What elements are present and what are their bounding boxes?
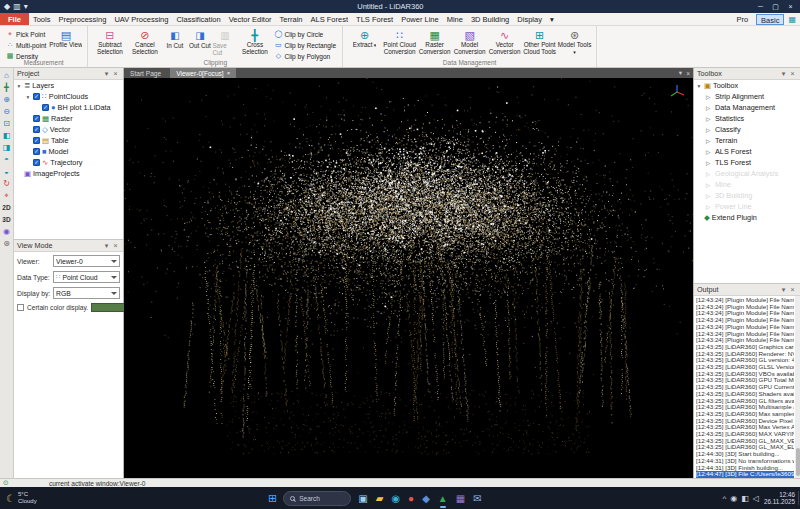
- tree-item-bh-plot-1[interactable]: ✓ ● BH plot 1.LiData: [14, 102, 123, 113]
- toolbox-strip-alignment[interactable]: ▷ Strip Alignment: [694, 91, 800, 102]
- edge-icon[interactable]: ◉: [390, 493, 401, 504]
- start-button[interactable]: ⊞: [268, 492, 277, 505]
- tree-checkbox[interactable]: ✓: [33, 137, 40, 144]
- zoom-extent-icon[interactable]: ⊡: [3, 119, 10, 128]
- menu-tls-forest[interactable]: TLS Forest: [352, 13, 397, 25]
- camera-icon[interactable]: ◉: [3, 227, 10, 236]
- log-line[interactable]: [12:43:25] [LiDAR360] Device Pixel Ratio…: [696, 418, 794, 425]
- view-2d-button[interactable]: 2D: [2, 203, 10, 212]
- log-line[interactable]: [12:43:24] [Plugin Module] File Name:LiP…: [696, 304, 794, 311]
- log-line[interactable]: [12:43:24] [Plugin Module] File Name:LiM…: [696, 324, 794, 331]
- log-line[interactable]: [12:43:25] [LiDAR360] Multisample availa…: [696, 404, 794, 411]
- menu-3d-building[interactable]: 3D Building: [467, 13, 513, 25]
- tree-item-layers[interactable]: ▾ ✓ ≣ Layers: [14, 80, 123, 91]
- basic-mode-badge[interactable]: Basic: [756, 14, 784, 25]
- log-line[interactable]: [12:43:24] [Plugin Module] File Name:UTL…: [696, 310, 794, 317]
- tree-checkbox[interactable]: ✓: [33, 159, 40, 166]
- view-mode-panel-menu-icon[interactable]: ▾: [102, 242, 111, 250]
- minimize-button[interactable]: ─: [753, 0, 768, 13]
- settings-icon[interactable]: ⊛: [3, 239, 10, 248]
- tree-item-imageprojects[interactable]: ✓ ▣ ImageProjects: [14, 168, 123, 179]
- subtract-selection-button[interactable]: ⊟ Subtract Selection: [92, 28, 127, 56]
- task-view-icon[interactable]: ▣: [357, 493, 368, 504]
- menu-als-forest[interactable]: ALS Forest: [307, 13, 353, 25]
- menu-power-line[interactable]: Power Line: [397, 13, 443, 25]
- tree-item-model[interactable]: ✓ ■ Model: [14, 146, 123, 157]
- log-line[interactable]: [12:43:25] [LiDAR360] Shaders available: [696, 391, 794, 398]
- toolbox-classify[interactable]: ▷ Classify: [694, 124, 800, 135]
- file-explorer-icon[interactable]: ▰: [375, 493, 385, 504]
- toolbox-panel-close-icon[interactable]: ×: [788, 70, 797, 77]
- menu-display[interactable]: Display: [513, 13, 546, 25]
- front-view-icon[interactable]: ◧: [3, 131, 11, 140]
- model-conversion-button[interactable]: ▧ Model Conversion: [452, 28, 487, 57]
- toolbox-statistics[interactable]: ▷ Statistics: [694, 113, 800, 124]
- project-panel-menu-icon[interactable]: ▾: [102, 70, 111, 78]
- point-cloud-conversion-button[interactable]: ∷ Point Cloud Conversion: [382, 28, 417, 57]
- maximize-button[interactable]: ▢: [768, 0, 783, 13]
- tree-expand-arrow[interactable]: ▷: [705, 138, 711, 144]
- display-by-select[interactable]: RGB: [53, 287, 120, 299]
- tree-expand-arrow[interactable]: ▷: [705, 204, 711, 210]
- mail-icon[interactable]: ✉: [472, 493, 482, 504]
- log-line[interactable]: [12:43:25] [LiDAR360] Graphics card manu…: [696, 344, 794, 351]
- tree-expand-arrow[interactable]: ▷: [705, 160, 711, 166]
- layout-grid-icon[interactable]: ▦: [788, 15, 796, 24]
- tree-checkbox[interactable]: ✓: [42, 104, 49, 111]
- quick-save-icon[interactable]: ▥: [13, 0, 21, 13]
- app-logo-icon[interactable]: ◆: [4, 0, 10, 13]
- log-line[interactable]: [12:43:24] [Plugin Module] File Name:LiG…: [696, 317, 794, 324]
- profile-view-button[interactable]: ▤ Profile View: [48, 28, 83, 49]
- toolbox-als-forest[interactable]: ▷ ALS Forest: [694, 146, 800, 157]
- viewport-3d[interactable]: [124, 78, 693, 478]
- tree-checkbox[interactable]: ✓: [33, 93, 40, 100]
- toolbox-extend-plugin[interactable]: ◆ Extend Plugin: [694, 212, 800, 223]
- output-log[interactable]: [12:43:24] [Plugin Module] File Name:LiV…: [694, 296, 800, 478]
- tab-list-icon[interactable]: ▾: [679, 69, 682, 77]
- toolbox-tls-forest[interactable]: ▷ TLS Forest: [694, 157, 800, 168]
- tree-expand-arrow[interactable]: ▷: [705, 94, 711, 100]
- raster-conversion-button[interactable]: ▦ Raster Conversion: [417, 28, 452, 57]
- log-line[interactable]: [12:43:25] [LiDAR360] VBOs available: [696, 371, 794, 378]
- toolbox-root[interactable]: ▾ ▣ Toolbox: [694, 80, 800, 91]
- menu-overflow[interactable]: ▾: [546, 13, 558, 25]
- menu-vector-editor[interactable]: Vector Editor: [225, 13, 276, 25]
- cancel-selection-button[interactable]: ⊘ Cancel Selection: [127, 28, 162, 56]
- toolbox-panel-menu-icon[interactable]: ▾: [779, 70, 788, 78]
- measure-icon[interactable]: ⌖: [4, 191, 9, 200]
- model-tools-button[interactable]: ⊛ Model Tools: [557, 28, 592, 57]
- pan-icon[interactable]: ╋: [4, 83, 9, 92]
- log-line[interactable]: [12:43:25] [LiDAR360] Renderer: NVIDIA G…: [696, 351, 794, 358]
- vector-conversion-button[interactable]: ∿ Vector Conversion: [487, 28, 522, 57]
- tree-expand-arrow[interactable]: ▷: [705, 105, 711, 111]
- project-panel-close-icon[interactable]: ×: [111, 70, 120, 77]
- app-icon-blue[interactable]: ◆: [421, 493, 431, 504]
- log-line[interactable]: [12:43:25] [LiDAR360] GL_MAX_ELEMENTS_V.…: [696, 444, 794, 451]
- menu-uav-processing[interactable]: UAV Processing: [110, 13, 172, 25]
- clip-by-circle-button[interactable]: ◯ Clip by Circle: [272, 29, 338, 39]
- tree-item-vector[interactable]: ✓ ◇ Vector: [14, 124, 123, 135]
- toolbox-terrain[interactable]: ▷ Terrain: [694, 135, 800, 146]
- output-panel-close-icon[interactable]: ×: [788, 286, 797, 293]
- network-icon[interactable]: ◧: [741, 494, 749, 503]
- log-line[interactable]: [12:43:24] [Plugin Module] File Name:LiV…: [696, 297, 794, 304]
- log-line[interactable]: [12:44:31] [3D] Finish building...: [696, 465, 794, 472]
- volume-icon[interactable]: ◁: [753, 494, 759, 503]
- log-line[interactable]: [12:43:25] [LiDAR360] GPU Current Availa…: [696, 384, 794, 391]
- tray-app-icon[interactable]: ◉: [730, 494, 737, 503]
- menu-terrain[interactable]: Terrain: [276, 13, 307, 25]
- color-swatch-button[interactable]: [91, 303, 125, 312]
- tree-item-pointclouds[interactable]: ▾ ✓ ∷ PointClouds: [14, 91, 123, 102]
- rotate-icon[interactable]: ↻: [3, 179, 10, 188]
- view-3d-button[interactable]: 3D: [2, 215, 10, 224]
- log-line[interactable]: [12:43:25] [LiDAR360] Max samples: 32: [696, 411, 794, 418]
- log-line[interactable]: [12:44:30] [3D] Start building...: [696, 451, 794, 458]
- tab-viewer-0[interactable]: Viewer-0[Focus] ×: [170, 68, 236, 78]
- toolbox-power-line[interactable]: ▷ Power Line: [694, 201, 800, 212]
- top-view-icon[interactable]: ◓: [4, 155, 9, 164]
- toolbox-mine[interactable]: ▷ Mine: [694, 179, 800, 190]
- log-line[interactable]: [12:44:31] [3D] No transformations will …: [696, 458, 794, 465]
- taskbar-search[interactable]: Search: [283, 491, 351, 506]
- menu-mine[interactable]: Mine: [443, 13, 467, 25]
- home-view-icon[interactable]: ⌂: [4, 71, 9, 80]
